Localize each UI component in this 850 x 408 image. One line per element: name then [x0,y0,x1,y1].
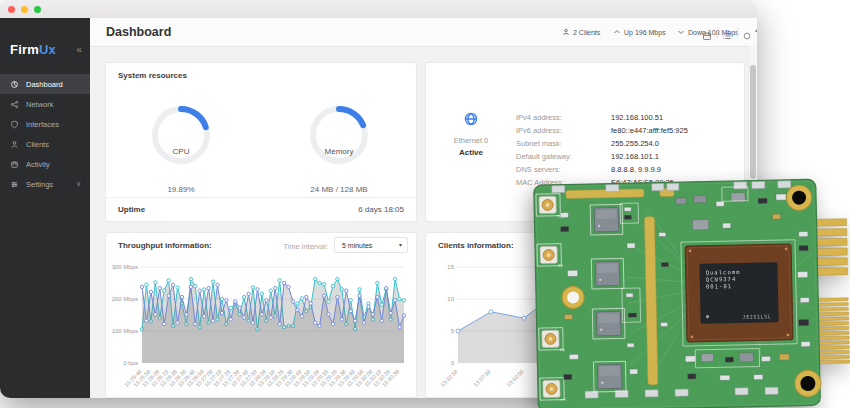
sidebar-item-network[interactable]: Network [0,94,90,114]
sidebar-item-interfaces[interactable]: Interfaces [0,114,90,134]
svg-text:0 bps: 0 bps [123,360,138,366]
info-value: 255.255.254.0 [611,139,659,148]
page-title: Dashboard [106,25,171,39]
scrollbar-up-arrow[interactable]: ▲ [754,27,757,33]
info-label: IPv4 address: [516,113,611,122]
divider [737,27,738,38]
throughput-title: Throughput information: [118,241,212,250]
interface-status: Active [440,148,502,157]
page-header: Dashboard 2 Clients Up 196 Mbps Down 108… [90,18,757,47]
time-interval-label: Time interval: [283,242,328,251]
up-rate-stat: Up 196 Mbps [613,28,666,36]
svg-text:100 Mbps: 100 Mbps [112,328,138,334]
cpu-value: 19.89% [126,185,236,194]
chevron-up-icon [613,28,621,36]
interface-info-row: IPv4 address:192.168.100.51 [516,113,688,126]
interface-summary: Ethernet 0 Active [440,111,502,157]
svg-text:0: 0 [451,360,455,366]
caret-down-icon: ▾ [399,238,402,253]
info-value: 192.168.100.51 [611,113,663,122]
cpu-donut: CPU 19.89% [126,103,236,194]
sliders-icon [10,180,19,189]
system-resources-card: System resources CPU 19.89% Memory 24 MB… [105,62,417,222]
app-logo: FirmUx [10,42,56,57]
svg-text:13:42:58: 13:42:58 [505,368,524,387]
svg-text:200 Mbps: 200 Mbps [112,296,138,302]
interface-info-row: Subnet mask:255.255.254.0 [516,139,688,152]
maximize-button[interactable] [34,6,41,13]
interface-name: Ethernet 0 [440,136,502,145]
uptime-value: 6 days 18:05 [358,205,404,214]
uptime-footer: Uptime 6 days 18:05 [106,197,416,221]
throughput-card: Throughput information: Time interval: 5… [105,232,417,398]
svg-text:300 Mbps: 300 Mbps [112,264,138,270]
svg-text:JE251LSL: JE251LSL [742,313,771,320]
time-interval-select[interactable]: 5 minutes ▾ [334,237,408,253]
sidebar-collapse-icon[interactable]: « [76,44,82,55]
svg-text:13:32:58: 13:32:58 [439,368,458,387]
svg-text:5: 5 [451,328,455,334]
cpu-label: CPU [126,147,236,156]
circle-icon[interactable] [742,27,752,45]
memory-value: 24 MB / 128 MB [284,185,394,194]
sidebar-item-label: Settings [26,180,53,189]
minimize-button[interactable] [21,6,28,13]
sidebar-item-label: Interfaces [26,120,59,129]
svg-text:Qualcomm: Qualcomm [706,269,741,276]
sidebar-item-label: Activity [26,160,50,169]
chevron-down-icon: ∨ [76,180,81,188]
sidebar-item-label: Clients [26,140,49,149]
interface-info-row: IPv6 address:fe80::e447:afff:fef5:925 [516,126,688,139]
chevron-down-icon [677,28,685,36]
wifi-module-pcb-photo: 4321 Qualcomm QCN9374 001-01 JE25 [528,172,850,408]
shield-icon [10,120,19,129]
person-icon [562,28,570,36]
info-value: fe80::e447:afff:fef5:925 [611,126,688,135]
info-label: Subnet mask: [516,139,611,148]
svg-text:001-01: 001-01 [706,283,732,290]
svg-text:13:37:58: 13:37:58 [472,368,491,387]
calendar-icon [10,160,19,169]
svg-text:10: 10 [447,296,454,302]
uptime-label: Uptime [118,205,145,214]
clients-count-stat: 2 Clients [562,28,600,36]
sidebar-item-label: Network [26,100,54,109]
sidebar-item-dashboard[interactable]: Dashboard [0,74,90,94]
edge-connector-fingers [815,219,850,364]
svg-text:QCN9374: QCN9374 [706,276,737,283]
scrollbar-thumb[interactable] [750,65,756,179]
sidebar-item-label: Dashboard [26,80,63,89]
globe-icon [463,111,479,127]
info-value: 192.168.101.1 [611,152,659,161]
info-label: IPv6 address: [516,126,611,135]
sidebar-item-activity[interactable]: Activity [0,154,90,174]
card-title: System resources [118,71,187,80]
sidebar-item-clients[interactable]: Clients [0,134,90,154]
person-icon [10,140,19,149]
clients-title: Clients information: [438,241,514,250]
memory-donut: Memory 24 MB / 128 MB [284,103,394,194]
interface-info-row: Default gateway:192.168.101.1 [516,152,688,165]
qualcomm-chip: Qualcomm QCN9374 001-01 JE251LSL [685,244,793,342]
throughput-chart: 300 Mbps200 Mbps100 Mbps0 bps15:25:4815:… [112,255,412,395]
calendar-icon[interactable] [702,27,712,45]
time-interval-value: 5 minutes [342,242,372,249]
memory-label: Memory [284,147,394,156]
titlebar [0,0,757,19]
info-label: Default gateway: [516,152,611,161]
sidebar-item-settings[interactable]: Settings∨ [0,174,90,194]
screenshot-stage: FirmUx « DashboardNetworkInterfacesClien… [0,0,850,408]
sidebar-nav: DashboardNetworkInterfacesClientsActivit… [0,74,90,194]
list-icon[interactable] [722,27,732,45]
dashboard-icon [10,80,19,89]
divider [717,27,718,38]
network-icon [10,100,19,109]
sidebar: FirmUx « DashboardNetworkInterfacesClien… [0,18,90,398]
close-button[interactable] [8,6,15,13]
svg-text:15: 15 [447,264,454,270]
